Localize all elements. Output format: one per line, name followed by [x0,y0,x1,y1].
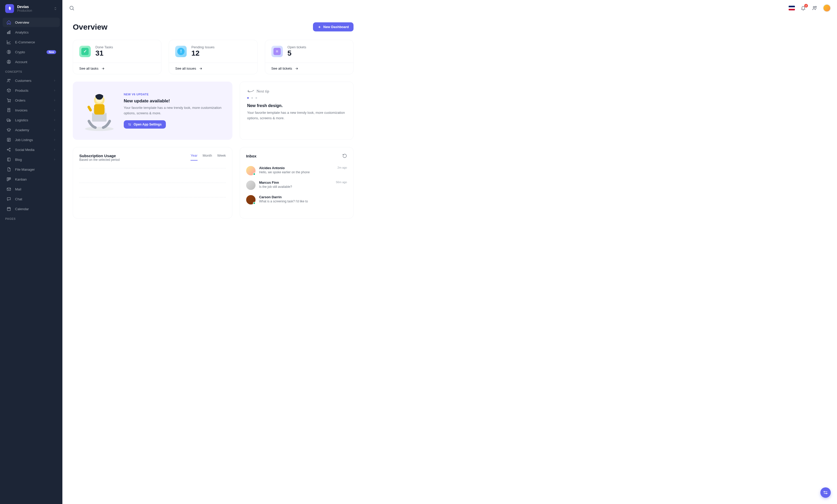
tip-title: New fresh design. [247,104,346,108]
chart-tab-year[interactable]: Year [191,153,197,161]
svg-point-25 [815,6,817,7]
svg-rect-0 [7,32,8,34]
page-title: Overview [73,23,107,32]
sidebar-item-label: Analytics [15,31,56,34]
contacts-button[interactable] [812,5,818,11]
refresh-button[interactable] [342,153,347,158]
chevron-right-icon [53,158,56,161]
sidebar-item-logistics[interactable]: Logistics [3,115,60,125]
sidebar-item-orders[interactable]: Orders [3,96,60,105]
promo-card: NEW V6 UPDATE New update available! Your… [73,81,232,140]
svg-rect-20 [10,178,11,179]
chart-subtitle: Based on the selected period [79,158,120,162]
stat-link[interactable]: See all tasks [79,67,155,70]
svg-rect-1 [8,32,9,34]
sidebar-item-crypto[interactable]: CryptoNew [3,47,60,57]
sidebar-item-job-listings[interactable]: Job Listings [3,135,60,145]
inbox-item[interactable]: Marcus FinnIs the job still available?56… [246,178,347,192]
avatar [246,166,255,175]
unfold-icon [54,7,57,11]
brand-switcher[interactable]: Devias Production [0,0,63,17]
svg-rect-30 [94,104,105,115]
inbox-message: Hello, we spoke earlier on the phone [259,170,334,174]
avatar [246,181,255,190]
tip-dot[interactable] [255,97,257,99]
sidebar-item-chat[interactable]: Chat [3,194,60,204]
sidebar-item-academy[interactable]: Academy [3,125,60,135]
sidebar-item-file-manager[interactable]: File Manager [3,165,60,174]
sidebar-item-e-commerce[interactable]: E-Commerce [3,37,60,47]
online-indicator-icon [253,202,255,204]
new-dashboard-button[interactable]: New Dashboard [313,22,354,32]
svg-point-8 [8,101,8,102]
sidebar-item-calendar[interactable]: Calendar [3,204,60,213]
graduation-icon [6,127,12,132]
user-avatar[interactable] [823,4,831,12]
topbar: 2 [63,0,837,16]
chart-title: Subscription Usage [79,153,120,158]
inbox-item[interactable]: Alcides AntonioHello, we spoke earlier o… [246,163,347,178]
open-settings-button[interactable]: Open App Settings [124,120,166,129]
stat-value: 5 [287,49,306,57]
inbox-name: Marcus Finn [259,181,333,184]
svg-point-36 [130,125,130,125]
chart-tab-week[interactable]: Week [217,153,226,161]
sidebar-item-analytics[interactable]: Analytics [3,27,60,37]
chevron-right-icon [53,109,56,112]
tip-pagination-dots[interactable] [247,97,346,99]
sidebar-item-social-media[interactable]: Social Media [3,145,60,154]
sidebar-item-mail[interactable]: Mail [3,184,60,194]
chart-line-icon [6,39,12,45]
inbox-name: Carson Darrin [259,195,343,199]
sidebar-item-account[interactable]: Account [3,57,60,67]
sidebar-item-overview[interactable]: Overview [3,18,60,27]
file-icon [6,167,12,172]
stat-link-label: See all tickets [271,67,292,70]
svg-rect-18 [7,178,8,181]
language-flag-icon[interactable] [789,6,795,11]
sidebar-item-label: Job Listings [15,138,53,142]
tip-arrow-label: Next tip [247,89,346,94]
svg-point-9 [10,101,10,102]
avatar [246,195,255,204]
chevron-right-icon [53,79,56,82]
promo-desc: Your favorite template has a new trendy … [124,105,224,116]
sidebar-item-kanban[interactable]: Kanban [3,174,60,184]
chevron-right-icon [53,148,56,151]
stat-link[interactable]: See all tickets [271,67,347,70]
sidebar-item-customers[interactable]: Customers [3,76,60,85]
svg-point-12 [10,121,10,122]
search-button[interactable] [69,5,75,11]
chart-tab-month[interactable]: Month [203,153,212,161]
inbox-time: 56m ago [336,181,347,184]
sidebar-item-blog[interactable]: Blog [3,155,60,164]
sidebar-item-products[interactable]: Products [3,86,60,95]
sidebar-item-label: Invoices [15,108,53,112]
tip-dot[interactable] [251,97,253,99]
receipt-icon [6,108,12,113]
svg-rect-19 [8,178,10,180]
stat-link[interactable]: See all issues [175,67,251,70]
book-icon [6,157,12,162]
chevron-right-icon [53,128,56,131]
sidebar-item-invoices[interactable]: Invoices [3,106,60,115]
stat-label: Pending Issues [191,45,214,49]
promo-eyebrow: NEW V6 UPDATE [124,93,224,96]
svg-rect-21 [7,188,11,191]
notifications-button[interactable]: 2 [800,5,806,11]
bar-chart-icon [6,30,12,35]
inbox-message: What is a screening task? I'd like to [259,200,343,203]
brand-logo [5,4,14,13]
nav-badge: New [47,50,56,54]
mail-icon [6,187,12,192]
svg-rect-2 [10,31,10,34]
svg-point-24 [813,6,815,8]
tip-dot[interactable] [247,97,249,99]
inbox-item[interactable]: Carson DarrinWhat is a screening task? I… [246,192,347,207]
promo-title: New update available! [124,98,224,104]
sidebar-item-label: Account [15,60,56,64]
subscription-usage-card: Subscription Usage Based on the selected… [73,147,232,219]
svg-point-5 [8,61,10,62]
stat-card-open-tickets: ≡Open tickets5See all tickets [265,40,354,74]
sidebar-item-label: Logistics [15,118,53,122]
